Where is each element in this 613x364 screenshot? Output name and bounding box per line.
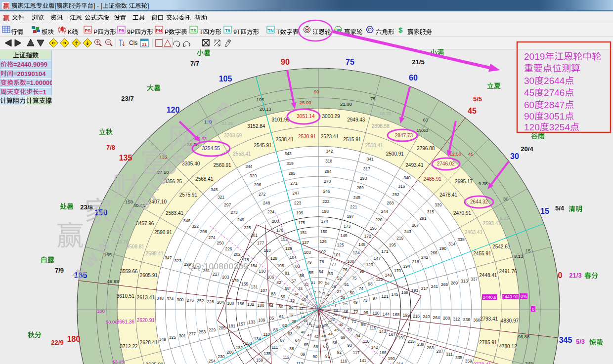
svg-text:125: 125 (337, 243, 344, 247)
svg-text:268: 268 (387, 201, 394, 205)
svg-text:TS: TS (191, 28, 197, 33)
svg-text:135: 135 (263, 351, 270, 356)
svg-text:7/7: 7/7 (190, 60, 199, 67)
svg-text:222: 222 (322, 199, 329, 204)
svg-text:319: 319 (287, 161, 294, 166)
svg-text:30: 30 (524, 76, 534, 86)
svg-text:315: 315 (427, 209, 434, 214)
svg-text:2793.41: 2793.41 (480, 316, 498, 322)
svg-text:108: 108 (257, 303, 264, 308)
svg-text:317: 317 (363, 166, 370, 171)
svg-text:103: 103 (304, 250, 311, 255)
svg-text:141: 141 (359, 358, 366, 363)
svg-text:82: 82 (276, 280, 281, 285)
svg-text:71: 71 (351, 319, 356, 324)
svg-text:42: 42 (314, 334, 319, 339)
svg-text:31: 31 (311, 281, 315, 285)
svg-text:292: 292 (393, 192, 399, 197)
svg-text:177: 177 (257, 241, 264, 245)
svg-text:119: 119 (370, 325, 377, 330)
svg-text:324: 324 (167, 296, 174, 301)
svg-text:205: 205 (219, 325, 225, 330)
svg-text:291: 291 (419, 216, 426, 221)
svg-text:2019: 2019 (524, 51, 545, 62)
svg-text:15: 15 (540, 207, 549, 215)
svg-text:90: 90 (281, 58, 290, 66)
svg-text:60: 60 (423, 117, 428, 122)
svg-text:229: 229 (209, 327, 216, 332)
svg-text:294: 294 (324, 169, 331, 174)
svg-text:196: 196 (370, 226, 377, 231)
svg-text:8: 8 (309, 292, 312, 296)
svg-text:62: 62 (282, 323, 287, 328)
svg-text:298: 298 (200, 229, 207, 234)
svg-text:88: 88 (289, 346, 294, 351)
svg-text:181: 181 (228, 324, 235, 328)
svg-text:45: 45 (524, 87, 534, 98)
svg-text:59: 59 (280, 294, 285, 299)
svg-text:11: 11 (300, 302, 305, 306)
svg-text:K: K (68, 29, 72, 36)
svg-text:132: 132 (247, 302, 254, 307)
svg-text:45: 45 (334, 328, 339, 332)
svg-text:221: 221 (350, 204, 357, 209)
svg-text:112: 112 (283, 355, 290, 360)
svg-text:203: 203 (222, 275, 229, 280)
svg-text:109: 109 (258, 318, 265, 323)
svg-text:2523.41: 2523.41 (321, 134, 339, 139)
svg-text:218: 218 (412, 259, 419, 264)
svg-text:269: 269 (357, 185, 364, 190)
svg-text:86: 86 (273, 327, 278, 332)
svg-text:195: 195 (389, 243, 396, 247)
svg-text:274: 274 (209, 235, 216, 240)
svg-text:23: 23 (333, 313, 337, 317)
svg-text:120: 120 (524, 122, 540, 132)
svg-text:9P: 9P (127, 29, 134, 36)
svg-text:127: 127 (302, 240, 309, 245)
svg-text:297: 297 (224, 202, 231, 207)
svg-text:21/5: 21/5 (412, 58, 424, 66)
svg-text:247: 247 (292, 191, 299, 196)
svg-text:2898.58: 2898.58 (372, 123, 390, 129)
svg-text:2493.41: 2493.41 (405, 162, 424, 168)
svg-text:2635.91: 2635.91 (146, 362, 164, 364)
svg-text:2593.47: 2593.47 (483, 221, 501, 226)
svg-text:7/8: 7/8 (106, 144, 115, 151)
svg-text:146: 146 (385, 273, 392, 278)
svg-text:128: 128 (285, 246, 292, 251)
svg-text:81: 81 (285, 271, 290, 276)
svg-text:191: 191 (398, 335, 405, 340)
svg-text:51: 51 (345, 282, 350, 287)
svg-text:293: 293 (360, 176, 367, 181)
svg-text:150: 150 (320, 229, 327, 234)
svg-text:289: 289 (451, 281, 458, 285)
svg-text:253: 253 (199, 329, 206, 334)
svg-text:250: 250 (217, 241, 224, 245)
svg-text:3610.51: 3610.51 (117, 293, 135, 299)
svg-text:26: 26 (341, 295, 345, 300)
svg-text:96.88: 96.88 (518, 334, 529, 339)
svg-text:66: 66 (313, 344, 318, 349)
svg-text:7: 7 (314, 290, 316, 295)
svg-text:193: 193 (411, 288, 418, 293)
svg-text:65: 65 (304, 342, 309, 347)
svg-text:QQ:100800369: QQ:100800369 (188, 262, 248, 271)
svg-text:3152.84: 3152.84 (247, 123, 265, 129)
svg-text:3203.69: 3203.69 (224, 133, 242, 138)
svg-text:$: $ (398, 26, 403, 34)
svg-text:4: 4 (327, 293, 329, 297)
svg-text:2560.91: 2560.91 (214, 162, 232, 168)
svg-text:343: 343 (285, 151, 292, 156)
svg-text:[: [ (55, 2, 57, 9)
svg-text:15.63: 15.63 (417, 127, 429, 133)
svg-text:3254: 3254 (549, 122, 570, 132)
svg-text:18: 18 (315, 324, 319, 329)
svg-text:P: P (165, 29, 169, 36)
svg-text:0%: 0% (521, 294, 527, 299)
svg-text:56: 56 (300, 273, 305, 278)
svg-text:40: 40 (301, 330, 306, 334)
svg-text:129: 129 (270, 256, 277, 261)
svg-text:106: 106 (267, 275, 274, 280)
svg-text:117: 117 (353, 350, 360, 355)
svg-text:2847: 2847 (544, 100, 565, 110)
